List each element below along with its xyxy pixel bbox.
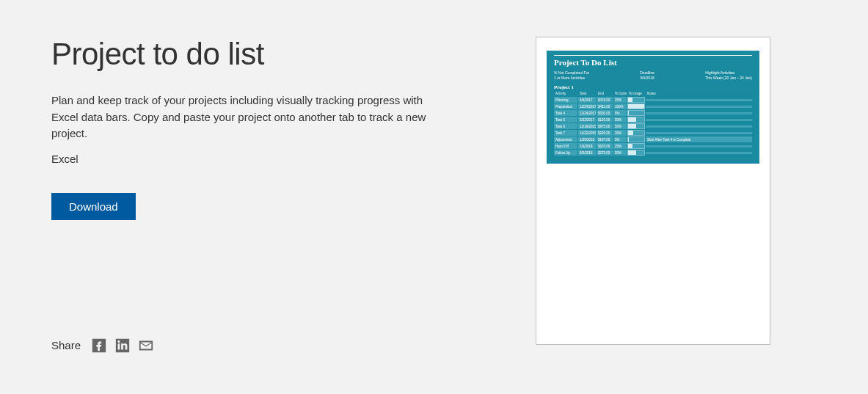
preview-meta-left-label: % Not Completed For (554, 70, 589, 75)
preview-row: Preparation12/24/2017$451.00100% (554, 103, 752, 109)
preview-meta-right-value: This Week (20 Jan – 24 Jan) (705, 76, 752, 80)
template-preview: Project To Do List % Not Completed For 1… (536, 37, 770, 345)
preview-project-label: Project 1 (554, 84, 752, 90)
preview-row: Task 612/19/2015$975.0050% (554, 123, 752, 129)
preview-row: Adjustment1/29/2016$197.005%Start After … (554, 136, 752, 142)
preview-row: Task 412/24/2017$520.005% (554, 110, 752, 116)
preview-meta-mid-value: 3/6/2018 (640, 76, 654, 80)
email-icon[interactable] (138, 338, 154, 354)
template-description: Plan and keep track of your projects inc… (51, 92, 448, 142)
preview-row: Follow Up8/5/2016$275.0050% (554, 150, 752, 156)
preview-meta-left-value: 1 or More Activities (554, 76, 589, 80)
preview-meta-right-label: Highlight Activities (705, 70, 752, 75)
page-title: Project to do list (51, 37, 506, 72)
preview-row: Task 53/22/2017$120.0050% (554, 117, 752, 123)
facebook-icon[interactable] (91, 338, 107, 354)
preview-headers: Activity Start End % Done % Image Notes (554, 92, 752, 95)
preview-meta-mid-label: Deadline (640, 70, 654, 75)
linkedin-icon[interactable] (114, 338, 131, 354)
preview-row: Planning4/9/2017$476.0025% (554, 97, 752, 103)
share-label: Share (51, 339, 81, 351)
app-name: Excel (51, 153, 506, 165)
download-button[interactable]: Download (51, 193, 136, 220)
preview-row: Hand Off1/6/2018$670.0025% (554, 143, 752, 149)
preview-title: Project To Do List (554, 58, 752, 67)
preview-row: Task 711/22/2015$230.0030% (554, 130, 752, 136)
